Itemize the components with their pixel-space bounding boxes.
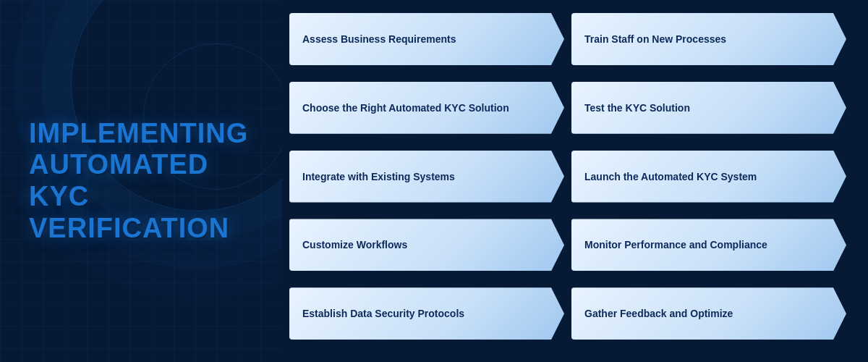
button-label-gather: Gather Feedback and Optimize: [584, 307, 746, 320]
left-panel: IMPLEMENTING AUTOMATED KYC VERIFICATION: [0, 0, 282, 362]
button-choose[interactable]: Choose the Right Automated KYC Solution: [289, 82, 564, 134]
button-label-integrate: Integrate with Existing Systems: [302, 170, 468, 183]
button-monitor[interactable]: Monitor Performance and Compliance: [571, 219, 846, 271]
button-label-assess: Assess Business Requirements: [302, 33, 469, 46]
button-label-test: Test the KYC Solution: [584, 101, 703, 114]
button-assess[interactable]: Assess Business Requirements: [289, 13, 564, 65]
button-establish[interactable]: Establish Data Security Protocols: [289, 287, 564, 340]
button-integrate[interactable]: Integrate with Existing Systems: [289, 151, 564, 203]
button-label-establish: Establish Data Security Protocols: [302, 307, 477, 320]
button-label-monitor: Monitor Performance and Compliance: [584, 238, 780, 251]
buttons-grid: Assess Business RequirementsTrain Staff …: [282, 0, 868, 362]
button-test[interactable]: Test the KYC Solution: [571, 82, 846, 134]
button-label-customize: Customize Workflows: [302, 238, 420, 251]
button-customize[interactable]: Customize Workflows: [289, 219, 564, 271]
button-label-launch: Launch the Automated KYC System: [584, 170, 770, 183]
button-label-train: Train Staff on New Processes: [584, 33, 739, 46]
button-launch[interactable]: Launch the Automated KYC System: [571, 151, 846, 203]
button-gather[interactable]: Gather Feedback and Optimize: [571, 287, 846, 340]
button-train[interactable]: Train Staff on New Processes: [571, 13, 846, 65]
button-label-choose: Choose the Right Automated KYC Solution: [302, 101, 522, 114]
page-title: IMPLEMENTING AUTOMATED KYC VERIFICATION: [29, 118, 253, 245]
